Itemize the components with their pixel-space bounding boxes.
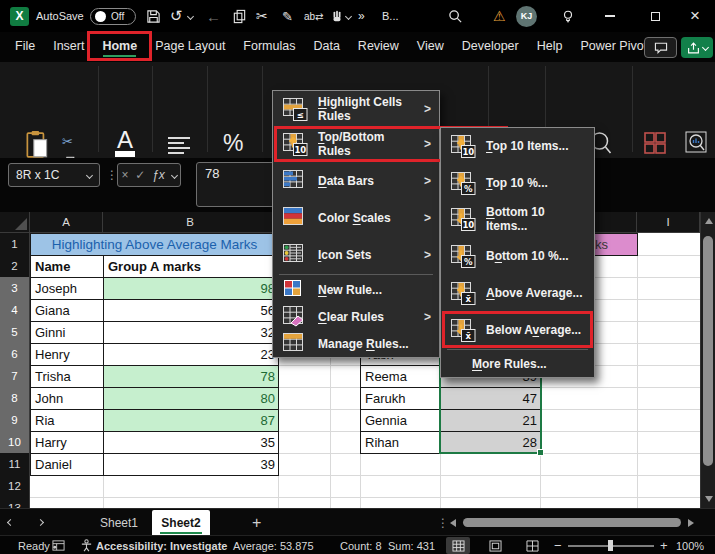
- menu-item-more-rules[interactable]: More Rules...: [441, 351, 594, 377]
- excel-logo-icon[interactable]: X: [10, 0, 29, 32]
- row-header-9[interactable]: 9: [0, 409, 30, 432]
- zoom-in-button[interactable]: +: [660, 536, 668, 554]
- cell-mark-selected[interactable]: 21: [440, 409, 541, 432]
- zoom-slider-thumb[interactable]: [608, 540, 613, 551]
- row-header-4[interactable]: 4: [0, 299, 30, 322]
- touch-mode-icon[interactable]: [330, 0, 344, 32]
- tab-data[interactable]: Data: [304, 33, 348, 61]
- lightbulb-icon[interactable]: [561, 0, 575, 32]
- cell-mark-selected[interactable]: 28: [440, 431, 541, 454]
- row-header-3[interactable]: 3: [0, 277, 30, 300]
- column-header-I[interactable]: I: [637, 212, 700, 233]
- tab-developer[interactable]: Developer: [453, 33, 528, 61]
- tab-review[interactable]: Review: [349, 33, 408, 61]
- share-button[interactable]: [681, 37, 713, 58]
- menu-item-data-bars[interactable]: Data Bars>: [273, 162, 439, 199]
- copy-icon[interactable]: [232, 0, 247, 32]
- next-sheet-icon[interactable]: [38, 509, 43, 536]
- zoom-out-button[interactable]: −: [554, 536, 562, 554]
- qat-overflow-icon[interactable]: »: [358, 0, 365, 32]
- row-header-8[interactable]: 8: [0, 387, 30, 410]
- row-header-2[interactable]: 2: [0, 255, 30, 278]
- vertical-scrollbar[interactable]: [700, 212, 715, 508]
- row-header-13[interactable]: 13: [0, 497, 30, 508]
- minimize-button[interactable]: [603, 0, 617, 32]
- cell-name[interactable]: Farukh: [360, 387, 441, 410]
- menu-item-top-bottom-rules[interactable]: 10Top/Bottom Rules>: [273, 126, 439, 162]
- menu-item-clear-rules[interactable]: Clear Rules>: [273, 303, 439, 330]
- menu-item-bottom-10-items[interactable]: 10Bottom 10 Items...: [441, 201, 594, 237]
- enter-entry-icon[interactable]: ✓: [135, 168, 145, 182]
- cell-name[interactable]: Trisha: [30, 365, 104, 388]
- scroll-down-icon[interactable]: [705, 496, 713, 502]
- name-box[interactable]: 8R x 1C: [8, 163, 100, 187]
- cell-name[interactable]: Giana: [30, 299, 104, 322]
- prev-sheet-icon[interactable]: [8, 509, 13, 536]
- cell-name[interactable]: Daniel: [30, 453, 104, 476]
- back-arrow-icon[interactable]: ←: [206, 0, 221, 32]
- close-button[interactable]: ×: [690, 0, 700, 32]
- warning-icon[interactable]: ⚠: [493, 0, 506, 32]
- cell-mark[interactable]: 80: [103, 387, 279, 410]
- search-icon[interactable]: [448, 0, 463, 32]
- menu-item-top-10[interactable]: %Top 10 %...: [441, 164, 594, 201]
- menu-item-bottom-10[interactable]: %Bottom 10 %...: [441, 237, 594, 274]
- select-all-corner[interactable]: [0, 212, 30, 233]
- cut-scissors-icon[interactable]: ✂: [256, 0, 268, 32]
- cut-button[interactable]: ✂: [62, 134, 73, 149]
- insert-function-icon[interactable]: ƒx: [152, 168, 165, 182]
- column-header-B[interactable]: B: [103, 212, 278, 233]
- menu-item-above-average[interactable]: x̄Above Average...: [441, 274, 594, 311]
- undo-icon[interactable]: ↺: [170, 0, 183, 32]
- cell-name[interactable]: Reema: [360, 365, 441, 388]
- macro-record-icon[interactable]: [52, 536, 65, 554]
- tab-file[interactable]: File: [6, 33, 44, 61]
- horizontal-scroll-thumb[interactable]: [463, 518, 681, 527]
- cell-mark-selected[interactable]: 47: [440, 387, 541, 410]
- cell-name[interactable]: Ria: [30, 409, 104, 432]
- cell-mark[interactable]: 78: [103, 365, 279, 388]
- sheet-tab-sheet2[interactable]: Sheet2: [152, 510, 210, 536]
- cell-name[interactable]: Ginni: [30, 321, 104, 344]
- cell-name[interactable]: Gennia: [360, 409, 441, 432]
- tab-insert[interactable]: Insert: [44, 33, 93, 61]
- column-header-A[interactable]: A: [30, 212, 103, 233]
- cell-mark[interactable]: 32: [103, 321, 279, 344]
- row-header-10[interactable]: 10: [0, 431, 30, 454]
- left-table-header-name[interactable]: Name: [30, 255, 104, 278]
- cancel-entry-icon[interactable]: ×: [121, 168, 128, 182]
- row-header-7[interactable]: 7: [0, 365, 30, 388]
- normal-view-button[interactable]: [446, 537, 470, 554]
- cell-mark[interactable]: 23: [103, 343, 279, 366]
- row-header-5[interactable]: 5: [0, 321, 30, 344]
- scroll-up-icon[interactable]: [705, 218, 713, 224]
- row-header-1[interactable]: 1: [0, 233, 30, 256]
- cell-name[interactable]: Joseph: [30, 277, 104, 300]
- page-break-view-button[interactable]: [520, 537, 544, 554]
- cell-mark[interactable]: 87: [103, 409, 279, 432]
- cell-name[interactable]: Harry: [30, 431, 104, 454]
- accessibility-icon[interactable]: [80, 536, 93, 554]
- cell-name[interactable]: John: [30, 387, 104, 410]
- left-table-title[interactable]: Highlighting Above Average Marks: [30, 233, 279, 256]
- sheet-tab-sheet1[interactable]: Sheet1: [90, 509, 148, 536]
- menu-item-icon-sets[interactable]: Icon Sets>: [273, 236, 439, 273]
- cell-mark[interactable]: 35: [103, 431, 279, 454]
- menu-item-manage-rules[interactable]: Manage Rules...: [273, 330, 439, 357]
- touch-mode-dropdown-icon[interactable]: [346, 0, 351, 32]
- vertical-scroll-thumb[interactable]: [703, 236, 713, 466]
- tab-formulas[interactable]: Formulas: [234, 33, 304, 61]
- row-header-6[interactable]: 6: [0, 343, 30, 366]
- zoom-level[interactable]: 100%: [676, 536, 704, 554]
- row-header-11[interactable]: 11: [0, 453, 30, 476]
- pen-icon[interactable]: ✎: [282, 0, 293, 32]
- undo-dropdown-icon[interactable]: [188, 0, 193, 32]
- menu-item-below-average[interactable]: x̄Below Average...: [441, 311, 594, 348]
- tab-page-layout[interactable]: Page Layout: [146, 33, 234, 61]
- formula-input[interactable]: 78: [196, 162, 282, 207]
- fill-handle[interactable]: [537, 449, 544, 456]
- new-sheet-button[interactable]: +: [240, 509, 273, 536]
- row-header-12[interactable]: 12: [0, 475, 30, 498]
- translate-icon[interactable]: ab⇄: [304, 0, 324, 32]
- tab-view[interactable]: View: [408, 33, 453, 61]
